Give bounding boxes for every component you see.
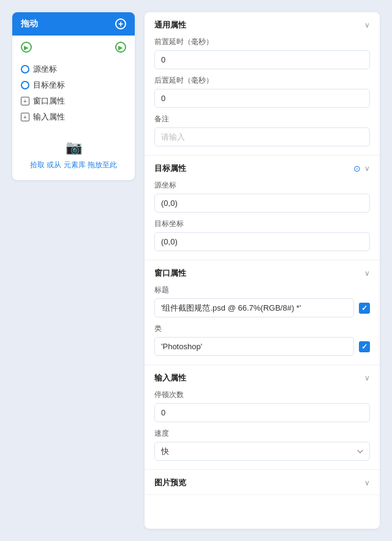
circle-icon xyxy=(21,81,29,89)
label-note: 备注 xyxy=(154,114,370,124)
pick-link[interactable]: 拾取 xyxy=(30,161,45,169)
section-header-input[interactable]: 输入属性 ∨ xyxy=(145,365,380,390)
input-pre-delay[interactable] xyxy=(154,50,370,69)
select-speed[interactable]: 快 中 慢 xyxy=(154,442,370,461)
arrow-right-icon[interactable]: ▶ xyxy=(115,42,126,53)
chevron-down-icon: ∨ xyxy=(364,21,370,29)
section-input: 输入属性 ∨ 停顿次数 速度 快 中 慢 xyxy=(145,365,380,470)
label-post-delay: 后置延时（毫秒） xyxy=(154,75,370,86)
label-speed: 速度 xyxy=(154,428,370,439)
input-source-coord[interactable] xyxy=(154,194,370,213)
section-title-image-preview: 图片预览 xyxy=(154,477,186,488)
plus-box-icon: + xyxy=(21,97,29,105)
section-header-image-preview[interactable]: 图片预览 ∨ xyxy=(145,470,380,494)
item-label: 目标坐标 xyxy=(33,80,65,91)
checkbox-window-class[interactable] xyxy=(359,341,370,352)
list-item: 目标坐标 xyxy=(21,77,126,93)
section-body-general: 前置延时（毫秒） 后置延时（毫秒） 备注 xyxy=(145,37,380,155)
section-title-general: 通用属性 xyxy=(154,20,186,31)
label-window-title: 标题 xyxy=(154,285,370,295)
section-target: 目标属性 ⊙ ∨ 源坐标 目标坐标 xyxy=(145,156,380,260)
input-window-title[interactable] xyxy=(154,298,354,317)
arrow-left-icon[interactable]: ▶ xyxy=(21,42,32,53)
input-post-delay[interactable] xyxy=(154,89,370,108)
label-window-class: 类 xyxy=(154,323,370,334)
list-item: + 窗口属性 xyxy=(21,93,126,109)
left-panel: 拖动 + ▶ ▶ 源坐标 目标坐标 + 窗口属性 + xyxy=(12,12,135,529)
right-panel: 通用属性 ∨ 前置延时（毫秒） 后置延时（毫秒） 备注 目标属性 ⊙ ∨ 源坐标… xyxy=(145,12,380,529)
section-title-with-icon: 目标属性 xyxy=(154,163,186,174)
target-crosshair-icon[interactable]: ⊙ xyxy=(353,164,361,173)
list-item: 源坐标 xyxy=(21,61,126,77)
plus-box-icon: + xyxy=(21,113,29,121)
section-window: 窗口属性 ∨ 标题 类 xyxy=(145,260,380,365)
section-title-target: 目标属性 xyxy=(154,163,186,174)
add-icon[interactable]: + xyxy=(115,18,126,29)
section-image-preview: 图片预览 ∨ xyxy=(145,470,380,495)
section-header-general[interactable]: 通用属性 ∨ xyxy=(145,12,380,37)
chevron-down-icon: ∨ xyxy=(364,374,370,382)
section-body-window: 标题 类 xyxy=(145,285,380,365)
list-item: + 输入属性 xyxy=(21,109,126,125)
left-header-title: 拖动 xyxy=(21,18,38,29)
target-header-right: ⊙ ∨ xyxy=(353,164,370,173)
input-pause-count[interactable] xyxy=(154,403,370,422)
item-label: 输入属性 xyxy=(33,112,65,123)
left-card: 拖动 + ▶ ▶ 源坐标 目标坐标 + 窗口属性 + xyxy=(12,12,135,180)
section-title-window: 窗口属性 xyxy=(154,268,186,279)
upload-text: 拾取 或从 元素库 拖放至此 xyxy=(30,159,117,170)
camera-icon: 📷 xyxy=(66,140,82,156)
item-label: 窗口属性 xyxy=(33,96,65,107)
label-pre-delay: 前置延时（毫秒） xyxy=(154,37,370,47)
section-general: 通用属性 ∨ 前置延时（毫秒） 后置延时（毫秒） 备注 xyxy=(145,12,380,156)
upload-area[interactable]: 📷 拾取 或从 元素库 拖放至此 xyxy=(12,131,135,180)
label-pause-count: 停顿次数 xyxy=(154,390,370,400)
left-header: 拖动 + xyxy=(12,12,135,36)
item-label: 源坐标 xyxy=(33,64,57,75)
left-arrows: ▶ ▶ xyxy=(12,36,135,59)
checkbox-window-title[interactable] xyxy=(359,303,370,314)
section-body-input: 停顿次数 速度 快 中 慢 xyxy=(145,390,380,469)
section-body-target: 源坐标 目标坐标 xyxy=(145,180,380,260)
circle-icon xyxy=(21,65,29,74)
section-title-input: 输入属性 xyxy=(154,373,186,384)
label-target-coord: 目标坐标 xyxy=(154,219,370,229)
label-source-coord: 源坐标 xyxy=(154,180,370,191)
left-items: 源坐标 目标坐标 + 窗口属性 + 输入属性 xyxy=(12,59,135,131)
input-target-coord[interactable] xyxy=(154,232,370,251)
window-class-row xyxy=(154,337,370,356)
input-note[interactable] xyxy=(154,127,370,146)
chevron-down-icon: ∨ xyxy=(364,479,370,487)
chevron-down-icon: ∨ xyxy=(364,269,370,278)
chevron-down-icon: ∨ xyxy=(364,164,370,173)
section-header-window[interactable]: 窗口属性 ∨ xyxy=(145,260,380,285)
section-header-target[interactable]: 目标属性 ⊙ ∨ xyxy=(145,156,380,180)
window-title-row xyxy=(154,298,370,317)
input-window-class[interactable] xyxy=(154,337,354,356)
library-link[interactable]: 元素库 xyxy=(64,161,86,169)
